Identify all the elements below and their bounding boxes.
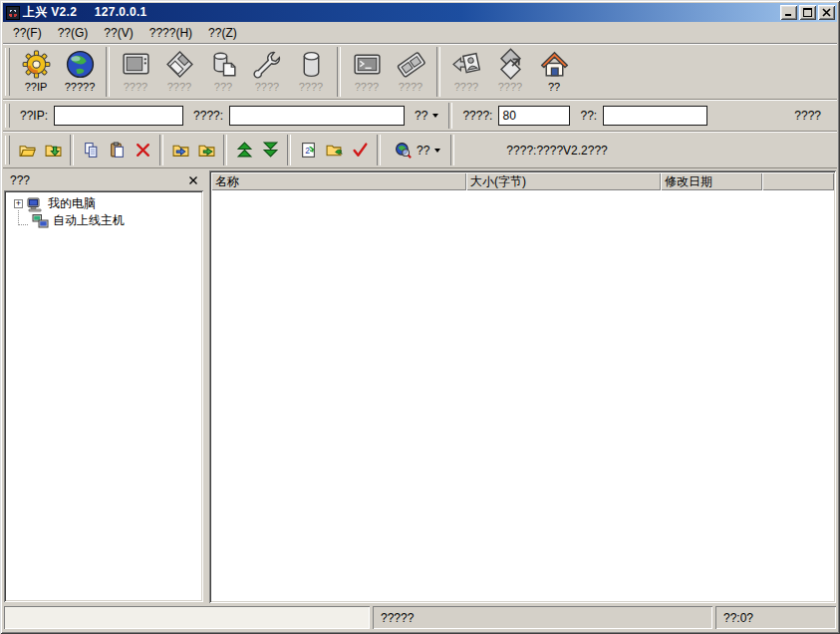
status-bar: ????? ??:0? bbox=[3, 603, 837, 631]
menu-tools[interactable]: ??(G) bbox=[50, 24, 97, 42]
minimize-button[interactable] bbox=[780, 5, 797, 20]
file-toolbar: 2 ?? ????:??? bbox=[3, 132, 837, 168]
password-input[interactable] bbox=[603, 106, 707, 126]
column-header-name[interactable]: 名称 bbox=[211, 172, 466, 190]
password-label: ??: bbox=[580, 109, 597, 123]
copy-to-folder-button[interactable] bbox=[167, 138, 193, 163]
keyboard-icon bbox=[395, 48, 427, 81]
app-window: 上兴 V2.2 127.0.0.1 ??(F) ??(G) ??(V) ????… bbox=[0, 0, 840, 634]
config-ip-button[interactable]: ??IP bbox=[14, 47, 58, 97]
tree-item-label: 自动上线主机 bbox=[53, 212, 125, 229]
search-dropdown-button[interactable]: ?? bbox=[389, 140, 446, 160]
delete-icon bbox=[135, 142, 151, 158]
home-button[interactable]: ?? bbox=[532, 47, 576, 97]
close-icon bbox=[189, 176, 197, 184]
folder-in-icon bbox=[172, 142, 189, 158]
my-computer-icon bbox=[27, 196, 44, 212]
folder-up-button[interactable] bbox=[40, 138, 66, 163]
copy-icon bbox=[83, 142, 100, 158]
open-folder-button[interactable] bbox=[14, 138, 40, 163]
refresh-button[interactable]: 2 bbox=[295, 138, 321, 163]
menu-help[interactable]: ????(H) bbox=[141, 24, 200, 42]
keyboard-record-button[interactable]: ???? bbox=[389, 47, 432, 97]
chevron-down-icon bbox=[432, 114, 438, 118]
expand-icon[interactable]: + bbox=[14, 199, 23, 208]
progress-panel bbox=[4, 606, 370, 629]
transfer-status-text: ????:????V2.2??? bbox=[506, 144, 607, 158]
screen-control-button[interactable]: ???? bbox=[114, 47, 157, 97]
search-globe-icon bbox=[395, 142, 412, 158]
paste-icon bbox=[109, 142, 126, 158]
toolbar-separator bbox=[337, 47, 341, 97]
connect-dropdown-button[interactable]: ?? bbox=[409, 107, 444, 125]
monitor-icon bbox=[120, 48, 152, 81]
sidebar-title: ??? bbox=[10, 173, 187, 187]
download-button[interactable] bbox=[257, 138, 283, 163]
drive-page-icon bbox=[207, 48, 240, 81]
menu-about[interactable]: ??(Z) bbox=[200, 24, 245, 42]
status-count: ??:0? bbox=[715, 606, 836, 629]
system-tools-button[interactable]: ???? bbox=[245, 47, 289, 97]
close-button[interactable] bbox=[818, 5, 835, 20]
disk-icon bbox=[163, 48, 196, 81]
window-title: 上兴 V2.2 127.0.0.1 bbox=[23, 4, 147, 21]
globe-icon bbox=[64, 48, 97, 81]
file-list-header: 名称 大小(字节) 修改日期 bbox=[211, 172, 834, 190]
column-header-size[interactable]: 大小(字节) bbox=[466, 172, 661, 190]
copy-button[interactable] bbox=[78, 138, 104, 163]
file-list-body[interactable] bbox=[211, 190, 834, 601]
file-manage-button[interactable]: ??? bbox=[201, 47, 245, 97]
folder-go-icon bbox=[326, 142, 343, 158]
menu-view[interactable]: ??(V) bbox=[96, 24, 140, 42]
tree-item-my-computer[interactable]: + 我的电脑 bbox=[8, 195, 199, 212]
column-header-filler bbox=[762, 172, 834, 190]
toolbar-separator bbox=[70, 135, 74, 165]
toolbar-grip[interactable] bbox=[5, 136, 10, 164]
toolbar-separator bbox=[106, 47, 110, 97]
ip-label: ??IP: bbox=[20, 109, 48, 123]
gear-icon bbox=[20, 48, 53, 81]
minimize-icon bbox=[784, 8, 793, 17]
ip-input[interactable] bbox=[54, 106, 183, 126]
folder-right-icon bbox=[198, 142, 215, 158]
database-button[interactable]: ???? bbox=[289, 47, 333, 97]
tree-item-label: 我的电脑 bbox=[48, 195, 96, 212]
tree-item-online-hosts[interactable]: 自动上线主机 bbox=[8, 212, 199, 229]
web-online-button[interactable]: ????? bbox=[58, 47, 102, 97]
wrench-icon bbox=[251, 48, 284, 81]
advanced-options-label[interactable]: ???? bbox=[794, 109, 821, 123]
url-input[interactable] bbox=[229, 106, 405, 126]
remote-terminal-button[interactable]: ???? bbox=[345, 47, 389, 97]
toolbar-separator bbox=[287, 135, 291, 165]
app-icon bbox=[6, 6, 20, 20]
sidebar-close-button[interactable] bbox=[187, 175, 199, 185]
open-remote-folder-button[interactable] bbox=[321, 138, 347, 163]
port-input[interactable] bbox=[498, 106, 570, 126]
main-toolbar: ??IP ????? ???? bbox=[3, 44, 837, 100]
delete-button[interactable] bbox=[130, 138, 155, 163]
column-header-modified[interactable]: 修改日期 bbox=[661, 172, 762, 190]
move-to-folder-button[interactable] bbox=[193, 138, 219, 163]
hosts-sidebar: ??? + 我的电脑 bbox=[3, 170, 204, 603]
maximize-button[interactable] bbox=[799, 5, 816, 20]
address-toolbar: ??IP: ????: ?? ????: ??: ???? bbox=[3, 100, 837, 132]
menu-file[interactable]: ??(F) bbox=[5, 24, 50, 42]
svg-text:2: 2 bbox=[305, 146, 310, 156]
download-icon bbox=[262, 142, 279, 158]
hosts-tree: + 我的电脑 bbox=[4, 190, 203, 602]
window-manage-button[interactable]: ???? bbox=[488, 47, 532, 97]
upload-button[interactable] bbox=[231, 138, 257, 163]
menu-bar: ??(F) ??(G) ??(V) ????(H) ??(Z) bbox=[3, 22, 837, 44]
disk-manage-button[interactable]: ???? bbox=[157, 47, 201, 97]
toolbar-grip[interactable] bbox=[5, 48, 10, 96]
user-card-icon bbox=[450, 48, 483, 81]
toolbar-separator bbox=[159, 135, 163, 165]
paste-button[interactable] bbox=[104, 138, 130, 163]
session-info-button[interactable]: ???? bbox=[444, 47, 488, 97]
toolbar-grip[interactable] bbox=[5, 104, 10, 128]
folder-open-icon bbox=[19, 142, 36, 158]
close-icon bbox=[822, 8, 831, 17]
confirm-button[interactable] bbox=[347, 138, 373, 163]
window-controls bbox=[780, 5, 835, 20]
port-label: ????: bbox=[462, 109, 492, 123]
